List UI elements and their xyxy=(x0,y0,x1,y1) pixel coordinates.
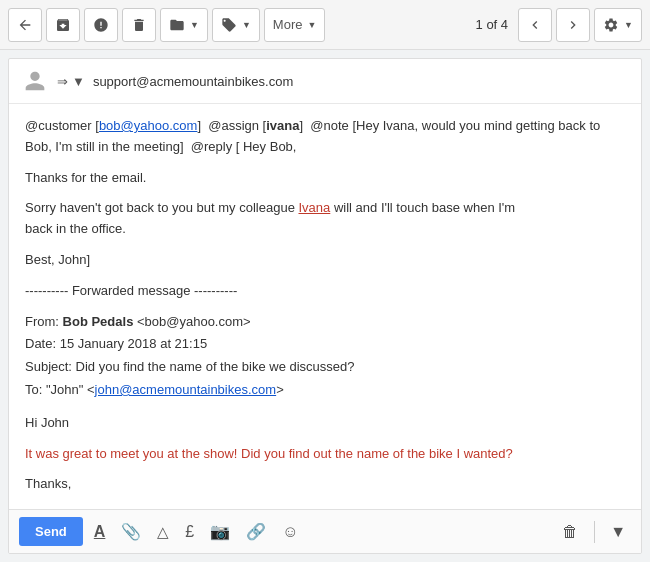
toolbar-divider xyxy=(594,521,595,543)
chevron-right-icon xyxy=(565,17,581,33)
send-button[interactable]: Send xyxy=(19,517,83,546)
reply-arrows: ⇒ ▼ xyxy=(57,74,85,89)
forwarded-date: Date: 15 January 2018 at 21:15 xyxy=(25,334,625,355)
compose-toolbar: Send A 📎 △ £ 📷 🔗 ☺ 🗑 ▼ xyxy=(9,509,641,553)
thanks-line: Thanks for the email. xyxy=(25,168,625,189)
settings-caret: ▼ xyxy=(624,20,633,30)
more-caret: ▼ xyxy=(307,20,316,30)
report-icon xyxy=(93,17,109,33)
folder-caret: ▼ xyxy=(190,20,199,30)
body-mentions: @customer [bob@yahoo.com] @assign [ivana… xyxy=(25,116,625,158)
hi-john: Hi John xyxy=(25,413,625,434)
forwarded-from: From: Bob Pedals <bob@yahoo.com> xyxy=(25,312,625,333)
trash-icon xyxy=(131,17,147,33)
link-button[interactable]: 🔗 xyxy=(241,519,271,544)
page-info: 1 of 4 xyxy=(470,17,515,32)
attach-button[interactable]: 📎 xyxy=(116,519,146,544)
camera-button[interactable]: 📷 xyxy=(205,519,235,544)
forwarded-subject: Subject: Did you find the name of the bi… xyxy=(25,357,625,378)
email-header: ⇒ ▼ support@acmemountainbikes.com xyxy=(9,59,641,104)
settings-icon xyxy=(603,17,619,33)
tag-caret: ▼ xyxy=(242,20,251,30)
main-toolbar: ▼ ▼ More ▼ 1 of 4 ▼ xyxy=(0,0,650,50)
chevron-left-icon xyxy=(527,17,543,33)
forwarded-divider: ---------- Forwarded message ---------- xyxy=(25,281,625,302)
archive-icon xyxy=(55,17,71,33)
archive-button[interactable] xyxy=(46,8,80,42)
folder-icon xyxy=(169,17,185,33)
drive-button[interactable]: △ xyxy=(152,520,174,544)
report-button[interactable] xyxy=(84,8,118,42)
format-button[interactable]: A xyxy=(89,520,111,544)
folder-button[interactable]: ▼ xyxy=(160,8,208,42)
show-message: It was great to meet you at the show! Di… xyxy=(25,444,625,465)
best-line: Best, John] xyxy=(25,250,625,271)
forwarded-to: To: "John" <john@acmemountainbikes.com> xyxy=(25,380,625,401)
more-label: More xyxy=(273,17,303,32)
back-button[interactable] xyxy=(8,8,42,42)
next-page-button[interactable] xyxy=(556,8,590,42)
email-container: ⇒ ▼ support@acmemountainbikes.com @custo… xyxy=(8,58,642,554)
customer-link[interactable]: bob@yahoo.com xyxy=(99,118,197,133)
more-button[interactable]: More ▼ xyxy=(264,8,326,42)
prev-page-button[interactable] xyxy=(518,8,552,42)
sorry-line: Sorry haven't got back to you but my col… xyxy=(25,198,625,240)
discard-button[interactable]: 🗑 xyxy=(556,520,584,544)
pound-button[interactable]: £ xyxy=(180,520,199,544)
delete-button[interactable] xyxy=(122,8,156,42)
settings-button[interactable]: ▼ xyxy=(594,8,642,42)
sender-address: support@acmemountainbikes.com xyxy=(93,74,293,89)
page-navigation: 1 of 4 xyxy=(470,8,591,42)
emoji-button[interactable]: ☺ xyxy=(277,520,303,544)
email-body: @customer [bob@yahoo.com] @assign [ivana… xyxy=(9,104,641,509)
back-icon xyxy=(17,17,33,33)
tag-button[interactable]: ▼ xyxy=(212,8,260,42)
tag-icon xyxy=(221,17,237,33)
ivana-link[interactable]: Ivana xyxy=(298,200,330,215)
sender-avatar xyxy=(21,67,49,95)
more-options-button[interactable]: ▼ xyxy=(605,520,631,544)
to-email-link[interactable]: john@acmemountainbikes.com xyxy=(95,382,277,397)
thanks-closing: Thanks, xyxy=(25,474,625,495)
